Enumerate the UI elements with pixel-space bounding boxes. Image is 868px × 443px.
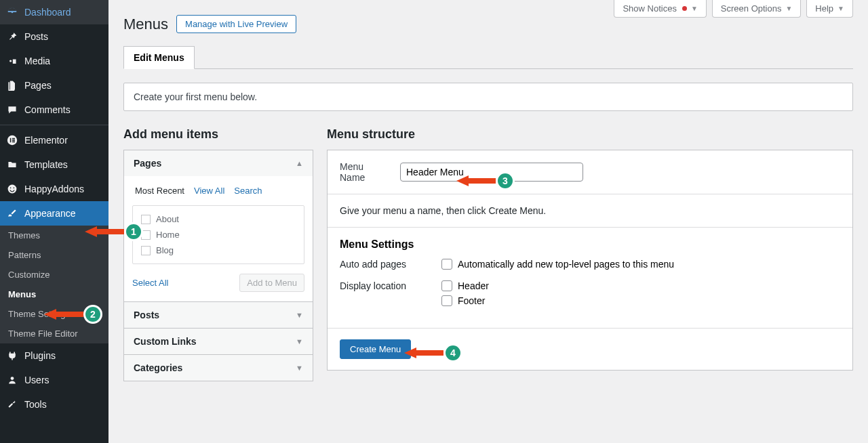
media-icon — [5, 54, 19, 68]
sidebar-item-appearance[interactable]: Appearance — [0, 201, 108, 226]
sidebar-label: Posts — [24, 31, 48, 42]
comment-icon — [5, 103, 19, 117]
sidebar-item-users[interactable]: Users — [0, 368, 108, 392]
sidebar-label: Comments — [24, 104, 71, 115]
option-label: Footer — [458, 295, 485, 306]
auto-add-checkbox[interactable] — [441, 259, 452, 270]
sidebar-label: Templates — [24, 159, 68, 170]
help-toggle[interactable]: Help ▼ — [806, 0, 853, 18]
submenu-customize[interactable]: Customize — [0, 265, 108, 284]
tab-edit-menus[interactable]: Edit Menus — [123, 46, 195, 69]
option-label: Header — [458, 280, 489, 291]
appearance-submenu: Themes Patterns Customize Menus Theme Se… — [0, 226, 108, 343]
checkbox[interactable] — [141, 215, 151, 224]
main-content: Show Notices ▼ Screen Options ▼ Help ▼ M… — [108, 0, 868, 443]
caret-up-icon: ▲ — [296, 159, 303, 167]
submenu-themes[interactable]: Themes — [0, 226, 108, 245]
caret-down-icon: ▼ — [837, 5, 844, 12]
menu-structure-box: Menu Name Give your menu a name, then cl… — [327, 150, 853, 371]
create-menu-button[interactable]: Create Menu — [340, 339, 411, 359]
sidebar-label: HappyAddons — [24, 184, 84, 194]
caret-down-icon: ▼ — [785, 5, 792, 12]
location-header-checkbox[interactable] — [441, 280, 452, 291]
add-items-heading: Add menu items — [123, 127, 313, 142]
accordion-posts-toggle[interactable]: Posts ▼ — [124, 302, 313, 328]
menu-structure-column: Menu structure Menu Name Give your menu … — [327, 127, 853, 381]
checkbox[interactable] — [141, 230, 151, 240]
sidebar-label: Tools — [24, 399, 47, 410]
caret-down-icon: ▼ — [691, 5, 698, 12]
svg-point-8 — [10, 188, 12, 189]
accordion-pages-body: Most Recent View All Search About Home — [124, 176, 313, 301]
submenu-menus[interactable]: Menus — [0, 284, 108, 304]
menu-hint-section: Give your menu a name, then click Create… — [328, 194, 852, 228]
settings-heading: Menu Settings — [340, 238, 840, 251]
submenu-patterns[interactable]: Patterns — [0, 245, 108, 265]
admin-sidebar: Dashboard Posts Media Pages Comments Ele… — [0, 0, 108, 443]
option-label: Automatically add new top-level pages to… — [458, 259, 674, 270]
caret-down-icon: ▼ — [296, 364, 303, 372]
checkbox[interactable] — [141, 246, 151, 255]
page-item[interactable]: About — [141, 211, 296, 227]
elementor-icon — [5, 133, 19, 147]
sidebar-label: Plugins — [24, 350, 56, 361]
display-location-label: Display location — [340, 280, 441, 291]
add-menu-items-column: Add menu items Pages ▲ Most Recent View … — [123, 127, 313, 381]
svg-point-1 — [9, 60, 12, 62]
submenu-theme-file-editor[interactable]: Theme File Editor — [0, 324, 108, 343]
label: Categories — [134, 362, 182, 373]
separator — [0, 125, 108, 125]
sidebar-item-pages[interactable]: Pages — [0, 73, 108, 98]
happy-icon — [5, 182, 19, 196]
menu-name-label: Menu Name — [340, 161, 391, 183]
screen-meta-links: Show Notices ▼ Screen Options ▼ Help ▼ — [614, 0, 853, 18]
pages-tab-search[interactable]: Search — [234, 186, 262, 196]
sidebar-item-dashboard[interactable]: Dashboard — [0, 0, 108, 24]
sidebar-item-happyaddons[interactable]: HappyAddons — [0, 177, 108, 201]
pages-tab-recent[interactable]: Most Recent — [135, 186, 184, 196]
sidebar-item-elementor[interactable]: Elementor — [0, 128, 108, 152]
svg-rect-4 — [12, 138, 15, 140]
label: Pages — [134, 158, 161, 169]
page-label: Blog — [156, 245, 174, 255]
sidebar-item-media[interactable]: Media — [0, 49, 108, 73]
notice-indicator-icon — [682, 6, 687, 11]
page-item[interactable]: Blog — [141, 242, 296, 258]
accordion-categories: Categories ▼ — [123, 354, 313, 381]
page-item[interactable]: Home — [141, 227, 296, 242]
live-preview-button[interactable]: Manage with Live Preview — [176, 15, 296, 33]
sidebar-item-comments[interactable]: Comments — [0, 98, 108, 122]
select-all-link[interactable]: Select All — [132, 278, 168, 288]
location-footer-checkbox[interactable] — [441, 295, 452, 306]
svg-point-9 — [14, 188, 15, 189]
accordion-pages-toggle[interactable]: Pages ▲ — [124, 150, 313, 176]
accordion-categories-toggle[interactable]: Categories ▼ — [124, 355, 313, 381]
accordion-posts: Posts ▼ — [123, 301, 313, 329]
pin-icon — [5, 30, 19, 43]
svg-rect-5 — [12, 140, 15, 141]
svg-point-0 — [12, 12, 14, 14]
screen-options-toggle[interactable]: Screen Options ▼ — [712, 0, 802, 18]
label: Posts — [134, 310, 159, 320]
page-label: About — [156, 214, 179, 224]
wrench-icon — [5, 398, 19, 411]
sidebar-label: Users — [24, 375, 50, 385]
page-title: Menus — [123, 16, 168, 33]
sidebar-item-posts[interactable]: Posts — [0, 24, 108, 49]
pages-tab-all[interactable]: View All — [194, 186, 224, 196]
show-notices-toggle[interactable]: Show Notices ▼ — [614, 0, 706, 18]
sidebar-item-tools[interactable]: Tools — [0, 392, 108, 417]
add-to-menu-button[interactable]: Add to Menu — [239, 274, 304, 292]
sidebar-item-templates[interactable]: Templates — [0, 152, 108, 177]
sidebar-label: Media — [24, 56, 50, 66]
svg-rect-6 — [12, 142, 15, 143]
brush-icon — [5, 207, 19, 220]
menu-name-input[interactable] — [400, 163, 583, 182]
page-label: Home — [156, 230, 180, 240]
svg-point-10 — [11, 377, 14, 380]
accordion-custom-links-toggle[interactable]: Custom Links ▼ — [124, 329, 313, 354]
accordion-custom-links: Custom Links ▼ — [123, 328, 313, 355]
sidebar-label: Elementor — [24, 135, 68, 146]
submenu-theme-settings[interactable]: Theme Settings — [0, 304, 108, 324]
sidebar-item-plugins[interactable]: Plugins — [0, 343, 108, 368]
